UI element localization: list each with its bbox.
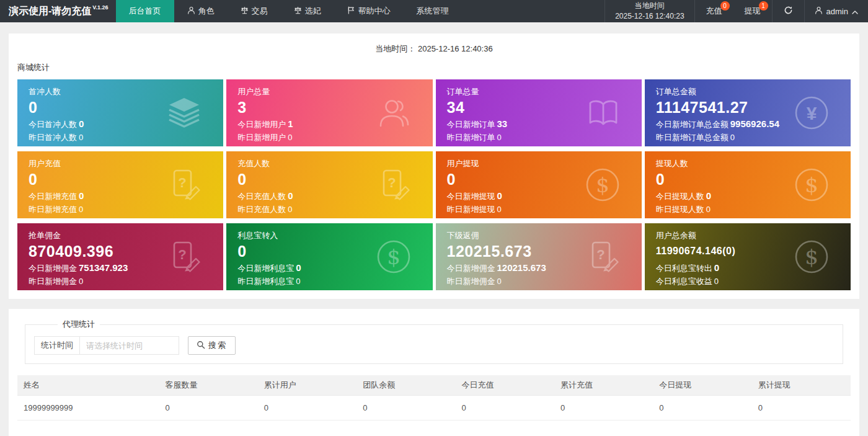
card-line-value: 0 xyxy=(714,262,719,273)
nav-item-dashboard[interactable]: 后台首页 xyxy=(116,0,174,22)
table-header-cell: 累计提现 xyxy=(752,375,851,396)
refresh-button[interactable] xyxy=(772,0,804,22)
card-line-label: 今日提现人数 xyxy=(656,192,704,201)
card-line-value: 0 xyxy=(288,205,292,214)
card-line-value: 0 xyxy=(706,190,711,201)
card-line-label: 今日新增订单 xyxy=(447,120,495,129)
card-line-label: 昨日新增佣金 xyxy=(29,277,77,286)
table-cell: 0 xyxy=(258,396,356,420)
agent-stats-panel: 代理统计 统计时间 搜索 姓名 客服数量 累计用户 团队余额 今日充值 累计充值… xyxy=(9,309,859,436)
table-header-cell: 累计用户 xyxy=(258,375,356,396)
yen-circle-icon: ¥ xyxy=(794,95,830,131)
card-line-label: 昨日新增充值 xyxy=(29,205,77,214)
stat-time-input[interactable] xyxy=(80,336,179,355)
table-header-cell: 姓名 xyxy=(17,375,159,396)
nav-item-label: 选妃 xyxy=(305,6,321,17)
card-line-label: 今日新增订单总金额 xyxy=(656,120,728,129)
svg-text:?: ? xyxy=(388,175,396,190)
card-line-value: 9956926.54 xyxy=(730,118,779,129)
card-title: 订单总量 xyxy=(447,86,631,97)
scales-icon xyxy=(241,6,249,16)
admin-menu[interactable]: admin xyxy=(804,0,868,22)
recharge-badge: 0 xyxy=(720,1,730,11)
svg-text:$: $ xyxy=(387,244,401,269)
card-line-value: 0 xyxy=(714,277,719,286)
nav-item-trade[interactable]: 交易 xyxy=(228,0,281,22)
table-header-cell: 累计充值 xyxy=(554,375,653,396)
card-line-value: 751347.923 xyxy=(79,262,128,273)
chevron-up-icon xyxy=(852,7,858,16)
table-header-cell: 今日提现 xyxy=(653,375,751,396)
table-cell: 0 xyxy=(752,396,851,420)
main-time-value: 2025-12-16 12:40:36 xyxy=(418,44,493,53)
card-line-value: 0 xyxy=(79,277,83,286)
table-cell: 0 xyxy=(159,396,257,420)
card-title: 用户总量 xyxy=(237,86,421,97)
card-line-label: 今日首冲人数 xyxy=(29,120,77,129)
agent-table: 姓名 客服数量 累计用户 团队余额 今日充值 累计充值 今日提现 累计提现 19… xyxy=(17,375,851,420)
svg-text:?: ? xyxy=(179,247,187,262)
local-time-label: 当地时间 xyxy=(615,1,684,11)
stat-cards-grid: 首冲人数 0 今日首冲人数0 昨日首冲人数0 用户总量 3 今日新增用户1 昨日… xyxy=(17,79,851,290)
stat-card-user-withdraw: 用户提现 0 今日新增提现0 昨日新增提现0 $ xyxy=(436,151,642,218)
scales-icon xyxy=(294,6,302,16)
card-line-label: 今日新增佣金 xyxy=(29,264,77,273)
stat-card-sub-rebate: 下级返佣 120215.673 今日新增佣金120215.673 昨日新增佣金0… xyxy=(436,223,642,290)
nav-item-label: 后台首页 xyxy=(129,6,161,17)
svg-text:$: $ xyxy=(596,172,609,197)
brand-version: V.1.26 xyxy=(92,4,108,11)
doc-question-icon: ? xyxy=(167,167,202,202)
withdraw-notice-button[interactable]: 提现 1 xyxy=(733,0,772,22)
search-icon xyxy=(197,340,205,351)
flag-icon xyxy=(347,6,355,16)
recharge-notice-button[interactable]: 充值 0 xyxy=(695,0,733,22)
card-line-value: 0 xyxy=(288,133,292,142)
card-line-label: 昨日提现人数 xyxy=(656,205,704,214)
card-line-label: 今日利息宝转出 xyxy=(656,264,712,273)
card-line-value: 0 xyxy=(79,118,84,129)
stat-card-interest-transfer-in: 利息宝转入 0 今日新增利息宝0 昨日新增利息宝0 $ xyxy=(226,223,432,290)
stat-card-total-orders: 订单总量 34 今日新增订单33 昨日新增订单0 xyxy=(436,79,642,146)
card-line-label: 昨日新增利息宝 xyxy=(237,277,294,286)
card-line-value: 0 xyxy=(497,205,502,214)
table-cell: 0 xyxy=(554,396,653,420)
table-cell: 0 xyxy=(456,396,554,420)
agent-stats-legend: 代理统计 xyxy=(58,319,100,330)
withdraw-badge: 1 xyxy=(759,1,768,11)
nav-item-label: 交易 xyxy=(252,6,268,17)
user-icon xyxy=(815,6,823,16)
card-line-value: 1 xyxy=(288,118,293,129)
card-line-value: 0 xyxy=(730,133,735,142)
table-cell: 19999999999 xyxy=(17,396,159,420)
card-line-label: 昨日新增提现 xyxy=(447,205,495,214)
main-local-time: 当地时间： 2025-12-16 12:40:36 xyxy=(17,38,851,61)
stat-card-user-recharge: 用户充值 0 今日新增充值0 昨日新增充值0 ? xyxy=(17,151,223,218)
card-line-label: 今日新增用户 xyxy=(237,120,286,129)
brand-title: 演示使用-请勿充值 xyxy=(9,5,91,18)
card-line-label: 昨日充值人数 xyxy=(237,205,286,214)
card-line-label: 今日新增利息宝 xyxy=(237,264,294,273)
svg-text:?: ? xyxy=(179,175,187,190)
dollar-circle-icon: $ xyxy=(376,239,412,275)
nav-item-roles[interactable]: 角色 xyxy=(174,0,228,22)
stat-card-withdraw-users: 提现人数 0 今日提现人数0 昨日提现人数0 $ xyxy=(645,151,851,218)
nav-item-label: 系统管理 xyxy=(417,6,449,17)
stat-card-first-recharge-users: 首冲人数 0 今日首冲人数0 昨日首冲人数0 xyxy=(17,79,223,146)
admin-username: admin xyxy=(826,7,848,16)
stat-card-total-user-balance: 用户总余额 11990674.146(0) 今日利息宝转出0 今日利息宝收益0 … xyxy=(645,223,851,290)
stat-card-recharge-users: 充值人数 0 今日充值人数0 昨日充值人数0 ? xyxy=(226,151,432,218)
svg-text:$: $ xyxy=(805,244,818,269)
stat-card-order-commission: 抢单佣金 870409.396 今日新增佣金751347.923 昨日新增佣金0… xyxy=(17,223,223,290)
card-line-value: 0 xyxy=(706,205,711,214)
search-button[interactable]: 搜索 xyxy=(188,336,236,355)
nav-item-xuanfei[interactable]: 选妃 xyxy=(281,0,334,22)
nav-item-system-settings[interactable]: 系统管理 xyxy=(404,0,462,22)
table-header-cell: 团队余额 xyxy=(356,375,455,396)
navbar-local-time: 当地时间 2025-12-16 12:40:23 xyxy=(604,0,694,22)
svg-text:¥: ¥ xyxy=(807,103,817,123)
card-line-label: 今日充值人数 xyxy=(237,192,286,201)
card-line-label: 今日利息宝收益 xyxy=(656,277,712,286)
table-header-cell: 客服数量 xyxy=(159,375,257,396)
stat-card-total-users: 用户总量 3 今日新增用户1 昨日新增用户0 xyxy=(226,79,432,146)
nav-item-help-center[interactable]: 帮助中心 xyxy=(334,0,404,22)
